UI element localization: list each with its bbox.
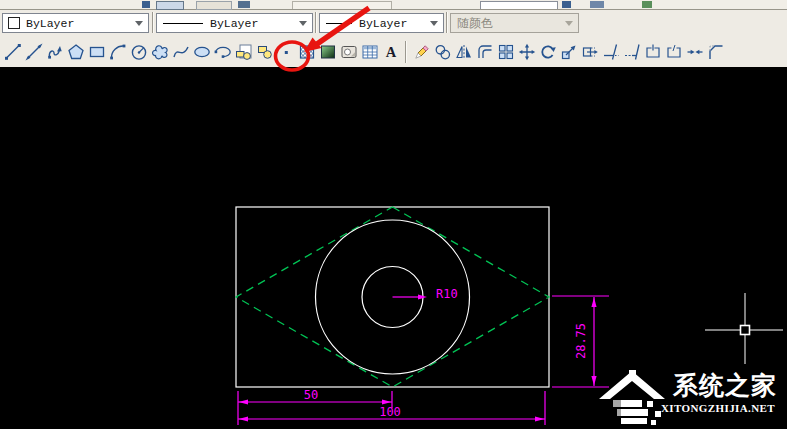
region-icon	[340, 43, 358, 61]
trim-icon	[602, 43, 620, 61]
move-icon	[518, 43, 536, 61]
hatch-button[interactable]	[296, 39, 317, 65]
stretch-button[interactable]	[579, 39, 600, 65]
chevron-down-icon[interactable]	[133, 14, 145, 32]
trim-button[interactable]	[600, 39, 621, 65]
arc-button[interactable]	[107, 39, 128, 65]
multiline-text-icon: A	[382, 43, 400, 61]
move-button[interactable]	[516, 39, 537, 65]
color-control-value: ByLayer	[26, 17, 74, 30]
table-icon	[361, 43, 379, 61]
mirror-button[interactable]	[453, 39, 474, 65]
construction-line-icon	[25, 43, 43, 61]
color-control-dropdown[interactable]: ByLayer	[2, 13, 149, 33]
gradient-icon	[319, 43, 337, 61]
lineweight-sample	[326, 23, 352, 24]
height-dimension-label: 28.75	[574, 323, 588, 359]
erase-icon	[413, 43, 431, 61]
cad-application-window: ByLayer ByLayer ByLayer 随颜色	[0, 0, 787, 429]
half-width-dimension-label: 50	[304, 388, 318, 402]
table-button[interactable]	[359, 39, 380, 65]
svg-text:A: A	[385, 44, 396, 60]
clipped-icon-fragment	[642, 1, 652, 8]
revision-cloud-button[interactable]	[149, 39, 170, 65]
copy-button[interactable]	[432, 39, 453, 65]
arc-icon	[109, 43, 127, 61]
linetype-control-value: ByLayer	[210, 17, 258, 30]
circle-icon	[130, 43, 148, 61]
clipped-toolbar-strip	[0, 0, 787, 10]
toolbar-separator	[405, 41, 407, 63]
polyline-icon	[46, 43, 64, 61]
chevron-down-icon	[563, 14, 575, 32]
clipped-icon-fragment	[590, 1, 604, 8]
spline-button[interactable]	[170, 39, 191, 65]
linetype-sample	[163, 23, 203, 24]
chevron-down-icon[interactable]	[297, 14, 309, 32]
draw-modify-toolbar: A	[0, 36, 787, 67]
insert-block-button[interactable]	[233, 39, 254, 65]
polygon-button[interactable]	[65, 39, 86, 65]
region-button[interactable]	[338, 39, 359, 65]
multiline-text-button[interactable]: A	[380, 39, 401, 65]
clipped-combo-fragment	[480, 1, 558, 9]
array-icon	[497, 43, 515, 61]
ellipse-button[interactable]	[191, 39, 212, 65]
model-space-canvas[interactable]: R10 50 100	[0, 67, 787, 429]
object-properties-toolbar: ByLayer ByLayer ByLayer 随颜色	[0, 10, 787, 36]
scale-button[interactable]	[558, 39, 579, 65]
crosshair-cursor	[705, 293, 783, 364]
make-block-icon	[256, 43, 274, 61]
line-icon	[4, 43, 22, 61]
spline-icon	[172, 43, 190, 61]
radius-dimension: R10	[393, 287, 458, 301]
insert-block-icon	[235, 43, 253, 61]
color-swatch	[8, 17, 20, 29]
stretch-icon	[581, 43, 599, 61]
offset-button[interactable]	[474, 39, 495, 65]
ellipse-arc-icon	[214, 43, 232, 61]
point-button[interactable]	[275, 39, 296, 65]
join-button[interactable]	[684, 39, 705, 65]
chevron-down-icon[interactable]	[428, 14, 440, 32]
polyline-button[interactable]	[44, 39, 65, 65]
line-button[interactable]	[2, 39, 23, 65]
chamfer-button[interactable]	[705, 39, 726, 65]
ellipse-arc-button[interactable]	[212, 39, 233, 65]
offset-icon	[476, 43, 494, 61]
rectangle-icon	[88, 43, 106, 61]
construction-line-button[interactable]	[23, 39, 44, 65]
make-block-button[interactable]	[254, 39, 275, 65]
break-button[interactable]	[663, 39, 684, 65]
mirror-icon	[455, 43, 473, 61]
clipped-panel-fragment	[292, 1, 392, 9]
clipped-icon-fragment	[142, 1, 150, 8]
clipped-icon-fragment	[156, 1, 184, 10]
watermark-house-icon	[599, 369, 671, 425]
plotstyle-control-dropdown: 随颜色	[450, 13, 579, 33]
chamfer-icon	[707, 43, 725, 61]
circle-button[interactable]	[128, 39, 149, 65]
full-width-dimension-label: 100	[379, 405, 401, 419]
point-icon	[277, 43, 295, 61]
rectangle-button[interactable]	[86, 39, 107, 65]
lineweight-control-dropdown[interactable]: ByLayer	[319, 13, 444, 33]
extend-button[interactable]	[621, 39, 642, 65]
watermark-title: 系统之家	[673, 369, 777, 402]
revision-cloud-icon	[151, 43, 169, 61]
join-icon	[686, 43, 704, 61]
pickbox	[741, 326, 750, 335]
radius-dimension-label: R10	[436, 287, 458, 301]
gradient-button[interactable]	[317, 39, 338, 65]
clipped-icon-fragment	[238, 1, 250, 8]
toolbar-separator	[446, 12, 448, 33]
polygon-icon	[67, 43, 85, 61]
erase-button[interactable]	[411, 39, 432, 65]
watermark: 系统之家 XITONGZHIJIA.NET	[599, 367, 779, 425]
array-button[interactable]	[495, 39, 516, 65]
toolbar-separator	[152, 12, 154, 33]
ellipse-icon	[193, 43, 211, 61]
rotate-button[interactable]	[537, 39, 558, 65]
break-at-point-button[interactable]	[642, 39, 663, 65]
linetype-control-dropdown[interactable]: ByLayer	[156, 13, 313, 33]
